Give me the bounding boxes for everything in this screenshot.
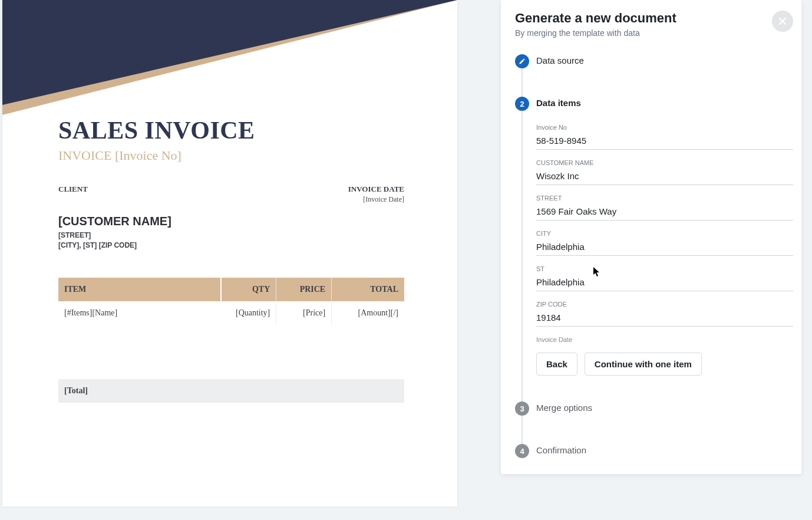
label-zip: ZIP CODE — [536, 301, 793, 308]
th-item: ITEM — [58, 278, 221, 301]
input-st[interactable] — [536, 275, 793, 291]
step4-badge: 4 — [515, 444, 529, 458]
input-customer-name[interactable] — [536, 169, 793, 185]
label-invoice-date: Invoice Date — [536, 336, 793, 343]
label-street: STREET — [536, 195, 793, 202]
continue-button[interactable]: Continue with one item — [585, 353, 702, 376]
doc-street: [STREET] — [58, 231, 404, 241]
back-button[interactable]: Back — [536, 353, 577, 376]
td-price: [Price] — [276, 301, 332, 325]
doc-customer-name: [CUSTOMER NAME] — [58, 215, 404, 228]
panel-subtitle: By merging the template with data — [515, 28, 676, 38]
step3-badge: 3 — [515, 401, 529, 416]
doc-invoice-date-label: INVOICE DATE — [348, 185, 404, 194]
table-row: [#Items][Name] [Quantity] [Price] [Amoun… — [58, 301, 404, 325]
label-city: CITY — [536, 230, 793, 237]
td-name: [#Items][Name] — [58, 301, 221, 325]
td-qty: [Quantity] — [221, 301, 276, 325]
th-total: TOTAL — [332, 278, 404, 301]
close-icon — [778, 17, 787, 26]
generate-document-panel: Generate a new document By merging the t… — [501, 0, 801, 474]
step1-label: Data source — [536, 54, 584, 65]
doc-invoice-date-value: [Invoice Date] — [348, 195, 404, 204]
step2-label: Data items — [536, 97, 581, 108]
step-data-items[interactable]: 2 Data items — [515, 97, 793, 111]
label-invoice-no: Invoice No — [536, 124, 793, 131]
doc-items-table: ITEM QTY PRICE TOTAL [#Items][Name] [Qua… — [58, 278, 404, 403]
template-preview: SALES INVOICE INVOICE [Invoice No] CLIEN… — [2, 0, 457, 506]
label-st: ST — [536, 265, 793, 272]
doc-client-label: CLIENT — [58, 185, 88, 194]
pencil-icon — [515, 54, 529, 68]
step-merge-options[interactable]: 3 Merge options — [515, 401, 793, 416]
input-city[interactable] — [536, 239, 793, 256]
total-value: [Total] — [58, 379, 404, 403]
step2-badge: 2 — [515, 97, 529, 111]
step4-label: Confirmation — [536, 444, 586, 455]
close-button[interactable] — [772, 11, 793, 32]
th-price: PRICE — [276, 278, 332, 301]
label-customer-name: CUSTOMER NAME — [536, 159, 793, 166]
step-data-source[interactable]: Data source — [515, 54, 793, 68]
step-confirmation[interactable]: 4 Confirmation — [515, 444, 793, 458]
total-row: [Total] — [58, 379, 404, 403]
panel-title: Generate a new document — [515, 11, 676, 26]
data-items-form: Invoice No CUSTOMER NAME STREET CITY ST … — [536, 124, 793, 348]
doc-title: SALES INVOICE — [58, 116, 404, 144]
td-amount: [Amount][/] — [332, 301, 404, 325]
doc-invoice-line: INVOICE [Invoice No] — [58, 148, 404, 163]
step3-label: Merge options — [536, 401, 592, 413]
input-zip[interactable] — [536, 310, 793, 327]
th-qty: QTY — [221, 278, 276, 301]
input-street[interactable] — [536, 204, 793, 220]
input-invoice-no[interactable] — [536, 133, 793, 150]
doc-city-line: [CITY], [ST] [ZIP CODE] — [58, 241, 404, 251]
